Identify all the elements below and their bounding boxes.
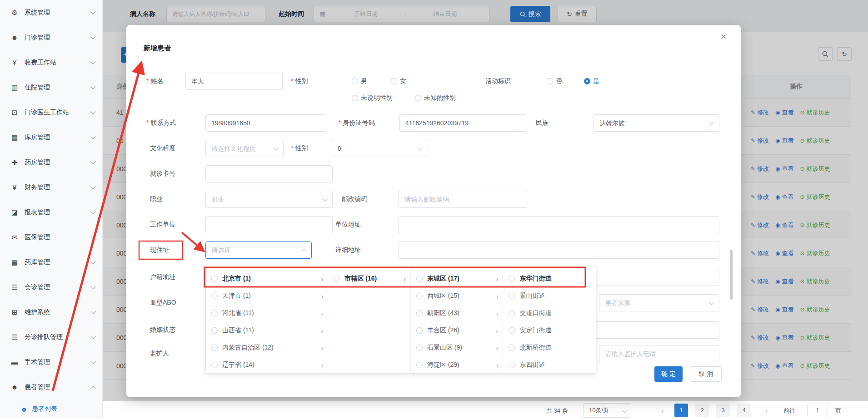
sidebar-item[interactable]: ¥ 财务管理 — [0, 175, 102, 200]
radio-icon[interactable] — [211, 345, 218, 351]
radio-icon[interactable] — [211, 310, 218, 316]
sidebar-item[interactable]: ✚ 药房管理 — [0, 150, 102, 175]
cascader-option[interactable]: 海淀区 (29) › — [411, 356, 503, 373]
radio-icon[interactable] — [211, 293, 218, 299]
gender-radio-unknown[interactable] — [415, 95, 421, 101]
radio-icon[interactable] — [416, 310, 423, 316]
occupation-select[interactable]: 职业 — [205, 191, 333, 208]
cascader-option[interactable]: 东华门街道 — [503, 270, 596, 287]
confirm-button[interactable]: 确 定 — [654, 366, 683, 382]
cascader-option[interactable]: 市辖区 (16) › — [328, 270, 410, 287]
gender2-select[interactable]: 0 — [332, 140, 428, 157]
gender-option-male[interactable]: 男 — [361, 77, 367, 85]
radio-icon[interactable] — [334, 276, 340, 282]
next-page-button[interactable]: › — [765, 407, 768, 415]
active-flag-option-no[interactable]: 否 — [556, 77, 562, 85]
sidebar-item[interactable]: ☻ 患者管理 — [0, 375, 102, 399]
chevron-right-icon: › — [496, 292, 498, 300]
ethnicity-select[interactable]: 达斡尔族 — [594, 114, 719, 132]
page-button[interactable]: 4 — [737, 404, 751, 417]
cascader-option[interactable]: 东城区 (17) › — [411, 270, 503, 287]
modal-scrollbar[interactable] — [730, 250, 733, 300]
gender-option-unspecified[interactable]: 未说明性别 — [361, 94, 393, 102]
cascader-option[interactable]: 东四街道 — [503, 356, 596, 373]
cascader-option[interactable]: 河北省 (11) › — [206, 305, 328, 322]
cascader-option[interactable]: 景山街道 — [503, 287, 596, 305]
cascader-option[interactable]: 交道口街道 — [503, 305, 596, 322]
gender-radio-female[interactable] — [391, 78, 397, 84]
cascader-option[interactable]: 丰台区 (26) › — [411, 322, 503, 339]
sidebar-item[interactable]: ✉ 医保管理 — [0, 225, 102, 250]
cascader-option[interactable]: 内蒙古自治区 (12) › — [206, 339, 328, 356]
guardian-phone-input[interactable]: 请输入监护人电话 — [599, 345, 719, 362]
cascader-option[interactable]: 天津市 (1) › — [206, 287, 328, 305]
detail-address-input[interactable] — [399, 242, 719, 259]
active-flag-radio-no[interactable] — [547, 78, 553, 84]
radio-icon[interactable] — [509, 276, 515, 282]
radio-icon[interactable] — [211, 327, 218, 334]
radio-icon[interactable] — [509, 293, 515, 299]
radio-icon[interactable] — [416, 293, 423, 299]
name-input[interactable]: 牢大 — [185, 73, 283, 90]
visit-card-input[interactable] — [205, 165, 333, 182]
cascader-option[interactable]: 石景山区 (9) › — [411, 339, 503, 356]
cascader-option[interactable]: 朝阳区 (43) › — [411, 305, 503, 322]
radio-icon[interactable] — [416, 345, 423, 351]
radio-icon[interactable] — [509, 310, 515, 316]
id-number-input[interactable]: 411625192602039719 — [399, 114, 527, 132]
prev-page-button[interactable]: ‹ — [661, 407, 663, 415]
gender-option-female[interactable]: 女 — [400, 77, 406, 85]
cascader-option[interactable]: 山西省 (11) › — [206, 322, 328, 339]
page-button[interactable]: 1 — [674, 404, 688, 417]
sidebar-item[interactable]: ▦ 药库管理 — [0, 250, 102, 275]
sidebar-item[interactable]: ⊡ 门诊医生工作站 — [0, 100, 102, 125]
sidebar-item[interactable]: ⊞ 维护系统 — [0, 300, 102, 325]
contact-input[interactable]: 19880991650 — [205, 114, 326, 132]
goto-page-input[interactable]: 1 — [807, 404, 828, 417]
cascader-option[interactable]: 北新桥街道 — [503, 339, 596, 356]
patient-source-placeholder: 患者来源 — [605, 299, 630, 306]
cancel-button[interactable]: 取 消 — [690, 366, 722, 382]
gender-radio-unspecified[interactable] — [352, 95, 358, 101]
page-button[interactable]: 3 — [716, 404, 730, 417]
sidebar-item[interactable]: ▥ 住院管理 — [0, 75, 102, 100]
active-flag-option-yes[interactable]: 是 — [593, 77, 599, 85]
education-select[interactable]: 请选择文化程度 — [205, 140, 284, 157]
page-button[interactable]: 2 — [695, 404, 709, 417]
gender-radio-male[interactable] — [352, 78, 358, 84]
current-address-cascader[interactable]: 请选择 — [205, 242, 312, 259]
radio-icon[interactable] — [211, 276, 218, 282]
sidebar-item[interactable]: ☻ 门诊管理 — [0, 25, 102, 50]
sidebar-item[interactable]: ☰ 分诊排队管理 — [0, 325, 102, 350]
sidebar-item[interactable]: ▬ 手术管理 — [0, 350, 102, 375]
sidebar-item[interactable]: ⚙ 系统管理 — [0, 0, 102, 25]
cascader-option[interactable]: 安定门街道 — [503, 322, 596, 339]
current-address-placeholder: 请选择 — [211, 246, 230, 254]
active-flag-radio-yes[interactable] — [584, 78, 590, 84]
sidebar-item-patient-list[interactable]: ☻ 患者列表 — [0, 399, 102, 419]
sidebar-item[interactable]: ¥ 收费工作站 — [0, 50, 102, 75]
cascader-option[interactable]: 西城区 (15) › — [411, 287, 503, 305]
id-number-label: 身份证号码 — [339, 119, 374, 127]
work-unit-input[interactable] — [205, 216, 333, 233]
unit-address-input[interactable] — [399, 216, 719, 233]
postal-code-input[interactable]: 请输入邮政编码 — [399, 191, 527, 208]
cascader-city-column: 市辖区 (16) › — [328, 267, 411, 373]
radio-icon[interactable] — [416, 276, 423, 282]
page-size-select[interactable]: 10条/页 — [583, 403, 631, 418]
radio-icon[interactable] — [211, 362, 218, 368]
radio-icon[interactable] — [416, 362, 423, 368]
cascader-option[interactable]: 辽宁省 (14) › — [206, 356, 328, 373]
cascader-option[interactable]: 北京市 (1) › — [206, 270, 328, 287]
sidebar-item[interactable]: ◪ 报表管理 — [0, 200, 102, 225]
sidebar-item[interactable]: ▤ 库房管理 — [0, 125, 102, 150]
radio-icon[interactable] — [416, 327, 423, 334]
radio-icon[interactable] — [509, 345, 515, 351]
radio-icon[interactable] — [509, 327, 515, 334]
chevron-down-icon — [90, 334, 95, 339]
gender-option-unknown[interactable]: 未知的性别 — [424, 94, 456, 102]
patient-source-select[interactable]: 患者来源 — [599, 294, 719, 311]
radio-icon[interactable] — [509, 362, 515, 368]
close-icon[interactable]: × — [717, 30, 730, 43]
sidebar-item[interactable]: ☰ 会诊管理 — [0, 275, 102, 300]
